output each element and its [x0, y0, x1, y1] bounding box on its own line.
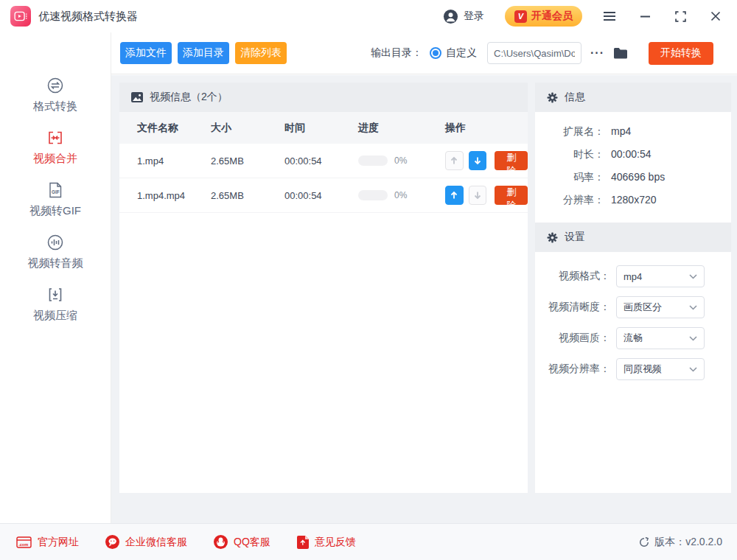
start-convert-button[interactable]: 开始转换: [649, 42, 713, 65]
format-convert-icon: [46, 77, 64, 94]
chevron-down-icon: [689, 336, 697, 341]
vip-icon: V: [514, 10, 527, 23]
titlebar: 优速视频格式转换器 登录 V 开通会员: [0, 0, 737, 32]
info-label: 分辨率：: [535, 194, 604, 207]
file-size: 2.65MB: [211, 155, 284, 167]
footer-link-label: 官方网址: [38, 536, 79, 549]
progress-bar: [358, 155, 388, 166]
footer-link-label: QQ客服: [234, 536, 270, 549]
chevron-down-icon: [689, 305, 697, 310]
video-merge-icon: [46, 129, 64, 147]
official-website-link[interactable]: .com 官方网址: [16, 536, 79, 549]
compress-icon: [46, 286, 64, 304]
version-info: 版本：v2.0.2.0: [639, 536, 722, 549]
move-up-icon[interactable]: [445, 186, 464, 205]
clear-list-button[interactable]: 清除列表: [235, 42, 287, 64]
settings-panel-header: 设置: [535, 223, 731, 252]
app-logo-icon: [10, 6, 31, 27]
output-directory-group: 输出目录： 自定义 ··· 开始转换: [371, 42, 713, 65]
table-row[interactable]: 1.mp4.mp4 2.65MB 00:00:54 0% 删除: [119, 178, 528, 213]
video-list-panel: 视频信息（2个） 文件名称 大小 时间 进度 操作 1.mp4 2.65MB 0…: [119, 83, 528, 493]
sidebar-item-video-merge[interactable]: 视频合并: [0, 129, 111, 166]
info-label: 时长：: [535, 148, 604, 161]
add-directory-button[interactable]: 添加目录: [178, 42, 229, 64]
sidebar-item-video-compress[interactable]: 视频压缩: [0, 286, 111, 323]
delete-button[interactable]: 删除: [495, 151, 528, 170]
progress-cell: 0%: [358, 155, 445, 166]
row-actions: 删除: [445, 151, 528, 170]
folder-icon[interactable]: [613, 47, 628, 59]
progress-cell: 0%: [358, 190, 445, 200]
info-value: 1280x720: [611, 194, 657, 207]
move-down-icon[interactable]: [469, 186, 487, 205]
gear-icon: [547, 92, 558, 103]
video-format-select[interactable]: mp4: [616, 265, 705, 287]
qq-icon: [214, 535, 228, 549]
output-path-input[interactable]: [487, 42, 581, 64]
footer-link-label: 意见反馈: [315, 536, 356, 549]
feedback-link[interactable]: 意见反馈: [297, 536, 356, 549]
qq-service-link[interactable]: QQ客服: [214, 535, 270, 549]
user-icon: [443, 9, 458, 24]
gear-icon: [547, 232, 558, 243]
move-up-icon[interactable]: [445, 151, 464, 170]
open-vip-button[interactable]: V 开通会员: [505, 6, 582, 27]
setting-row: 视频清晰度： 画质区分: [535, 296, 731, 318]
info-row: 时长： 00:00:54: [535, 148, 731, 161]
video-resolution-select[interactable]: 同原视频: [616, 358, 705, 380]
audio-wave-icon: [46, 234, 64, 251]
column-header: 操作: [445, 122, 528, 135]
sidebar-item-label: 视频合并: [33, 152, 77, 166]
info-row: 码率： 406696 bps: [535, 171, 731, 184]
wechat-icon: [105, 535, 119, 549]
wechat-service-link[interactable]: 企业微信客服: [105, 535, 187, 549]
move-down-icon[interactable]: [469, 151, 487, 170]
info-value: 00:00:54: [611, 148, 652, 161]
table-header: 文件名称 大小 时间 进度 操作: [119, 112, 528, 144]
sidebar-item-label: 视频转GIF: [29, 204, 81, 218]
minimize-icon[interactable]: [637, 8, 653, 24]
video-quality-select[interactable]: 流畅: [616, 327, 705, 349]
file-size: 2.65MB: [211, 190, 284, 201]
app-title: 优速视频格式转换器: [38, 10, 138, 24]
custom-radio[interactable]: [430, 47, 441, 59]
content-area: 视频信息（2个） 文件名称 大小 时间 进度 操作 1.mp4 2.65MB 0…: [111, 75, 737, 523]
custom-radio-label: 自定义: [446, 46, 477, 60]
sidebar-item-label: 格式转换: [33, 99, 77, 113]
login-button[interactable]: 登录: [443, 9, 484, 24]
select-value: 同原视频: [624, 363, 662, 376]
sidebar-item-label: 视频转音频: [28, 256, 83, 270]
table-row[interactable]: 1.mp4 2.65MB 00:00:54 0% 删除: [119, 144, 528, 178]
progress-percent: 0%: [394, 190, 407, 200]
info-fields: 扩展名： mp4 时长： 00:00:54 码率： 406696 bps 分辨率…: [535, 112, 731, 223]
info-value: mp4: [611, 125, 631, 139]
select-value: 画质区分: [624, 301, 662, 314]
settings-panel-title: 设置: [565, 231, 585, 244]
setting-label: 视频画质：: [535, 332, 610, 345]
chevron-down-icon: [689, 274, 697, 279]
info-label: 码率：: [535, 171, 604, 184]
progress-bar: [358, 190, 388, 200]
add-file-button[interactable]: 添加文件: [120, 42, 172, 64]
vip-label: 开通会员: [531, 10, 573, 23]
sidebar-item-video-to-audio[interactable]: 视频转音频: [0, 234, 111, 270]
sidebar-item-video-to-gif[interactable]: GIF 视频转GIF: [0, 181, 111, 218]
close-icon[interactable]: [708, 8, 724, 24]
svg-text:GIF: GIF: [52, 189, 60, 195]
setting-label: 视频分辨率：: [535, 363, 610, 376]
more-dots-button[interactable]: ···: [590, 46, 604, 60]
side-panel: 信息 扩展名： mp4 时长： 00:00:54 码率： 406696 bps …: [535, 83, 731, 493]
menu-icon[interactable]: [601, 8, 618, 24]
video-clarity-select[interactable]: 画质区分: [616, 296, 705, 318]
sidebar-item-label: 视频压缩: [33, 309, 77, 323]
feedback-icon: [297, 536, 309, 549]
info-row: 扩展名： mp4: [535, 125, 731, 139]
maximize-icon[interactable]: [672, 8, 688, 24]
file-name: 1.mp4: [137, 155, 211, 167]
sidebar-item-format-convert[interactable]: 格式转换: [0, 77, 111, 113]
svg-text:.com: .com: [18, 542, 28, 546]
progress-percent: 0%: [394, 155, 407, 166]
settings-fields: 视频格式： mp4 视频清晰度： 画质区分 视频画质： 流畅: [535, 252, 731, 380]
info-panel-header: 信息: [535, 83, 731, 112]
delete-button[interactable]: 删除: [495, 186, 528, 205]
